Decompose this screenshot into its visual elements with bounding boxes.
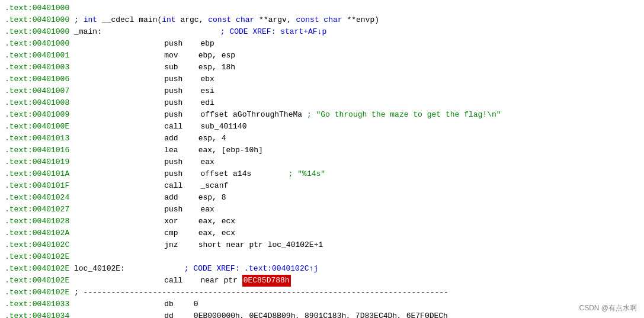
address: .text:00401000	[5, 26, 69, 38]
mnemonic: db	[164, 298, 174, 310]
address: .text:00401008	[5, 97, 69, 109]
mnemonic: xor	[164, 216, 178, 227]
code-line-call-highlight: .text:0040102E call near ptr 0EC85D788h	[0, 275, 644, 287]
code-line: .text:00401027 push eax	[0, 204, 644, 216]
code-line: .text:0040101A push offset a14s ; "%14s"	[0, 168, 644, 180]
address: .text:00401019	[5, 156, 69, 168]
mnemonic: jnz	[164, 239, 178, 251]
address: .text:0040102E	[5, 287, 69, 298]
code-line: .text:00401028 xor eax, ecx	[0, 216, 644, 227]
address: .text:0040102E	[5, 263, 69, 275]
operand: offset a14s	[200, 168, 251, 180]
mnemonic: push	[164, 168, 182, 180]
address: .text:0040102E	[5, 251, 69, 263]
highlighted-address: 0EC85D788h	[242, 275, 291, 287]
code-line: .text:00401009 push offset aGoThroughThe…	[0, 109, 644, 121]
code-line: .text:00401033 db 0	[0, 298, 644, 310]
code-line: .text:00401013 add esp, 4	[0, 133, 644, 144]
address: .text:0040102A	[5, 227, 69, 239]
address: .text:0040102E	[5, 275, 69, 287]
address: .text:00401006	[5, 73, 69, 85]
operand: edi	[200, 97, 214, 109]
mnemonic: sub	[164, 62, 178, 73]
code-line: .text:00401024 add esp, 8	[0, 192, 644, 204]
comment-text: ;	[69, 14, 83, 26]
mnemonic: call	[164, 180, 182, 192]
address: .text:0040101A	[5, 168, 69, 180]
code-line-separator: .text:0040102E ; -----------------------…	[0, 287, 644, 298]
mnemonic: cmp	[164, 227, 178, 239]
code-line: .text:00401006 push ebx	[0, 73, 644, 85]
code-line: .text:0040101F call _scanf	[0, 180, 644, 192]
operand: eax, ecx	[198, 227, 235, 239]
comment-rest2: argc,	[176, 14, 209, 26]
code-line: .text:0040102C jnz short near ptr loc_40…	[0, 239, 644, 251]
address: .text:00401027	[5, 204, 69, 216]
operand: eax	[200, 204, 214, 216]
loc-label: loc_40102E:	[69, 263, 125, 275]
string-comment: ; "%14s"	[251, 168, 325, 180]
keyword-int: int	[84, 14, 97, 26]
operand: offset aGoThroughTheMa	[200, 109, 302, 121]
address: .text:0040102C	[5, 239, 69, 251]
mnemonic: push	[164, 156, 182, 168]
operand-near: near ptr	[200, 275, 242, 287]
address: .text:00401013	[5, 133, 69, 144]
mnemonic: dd	[164, 310, 174, 318]
code-line: .text:00401003 sub esp, 18h	[0, 62, 644, 73]
mnemonic: push	[164, 38, 182, 50]
address: .text:00401024	[5, 192, 69, 204]
address: .text:00401000	[5, 2, 69, 14]
mnemonic: mov	[164, 50, 178, 62]
mnemonic: push	[164, 97, 182, 109]
operand: eax, ecx	[198, 216, 235, 227]
code-line-main-label: .text:00401000 _main: ; CODE XREF: start…	[0, 26, 644, 38]
address: .text:00401000	[5, 38, 69, 50]
code-line: .text:0040102E	[0, 251, 644, 263]
operand: ebp	[200, 38, 214, 50]
code-line: .text:00401007 push esi	[0, 85, 644, 97]
address: .text:00401000	[5, 14, 69, 26]
address: .text:00401034	[5, 310, 69, 318]
separator-text: ; --------------------------------------…	[69, 287, 448, 298]
mnemonic: add	[164, 192, 178, 204]
address: .text:0040101F	[5, 180, 69, 192]
operand: esp, 18h	[198, 62, 235, 73]
keyword-int2: int	[162, 14, 175, 26]
mnemonic: push	[164, 85, 182, 97]
code-line: .text:00401000 ; int __cdecl main(int ar…	[0, 14, 644, 26]
operand: eax	[200, 156, 214, 168]
mnemonic: push	[164, 204, 182, 216]
mnemonic: push	[164, 109, 182, 121]
comment-rest: __cdecl main(	[97, 14, 162, 26]
mnemonic: lea	[164, 144, 178, 156]
address: .text:00401016	[5, 144, 69, 156]
code-line: .text:00401034 dd 0EB000000h, 0EC4D8B09h…	[0, 310, 644, 318]
operand: eax, [ebp-10h]	[198, 144, 263, 156]
address: .text:00401007	[5, 85, 69, 97]
operand: ebx	[200, 73, 214, 85]
operand: esp, 8	[198, 192, 226, 204]
string-comment: ; "Go through the maze to get the flag!\…	[302, 109, 501, 121]
operand: sub_401140	[200, 121, 246, 133]
code-line: .text:00401019 push eax	[0, 156, 644, 168]
mnemonic: call	[164, 275, 182, 287]
operand: ebp, esp	[198, 50, 235, 62]
code-line: .text:0040100E call sub_401140	[0, 121, 644, 133]
operand: short near ptr loc_40102E+1	[198, 239, 323, 251]
main-label: _main:	[69, 26, 102, 38]
address: .text:00401028	[5, 216, 69, 227]
operand: 0	[194, 298, 198, 310]
operand: esp, 4	[198, 133, 226, 144]
address: .text:0040100E	[5, 121, 69, 133]
mnemonic: call	[164, 121, 182, 133]
address: .text:00401003	[5, 62, 69, 73]
code-line: .text:00401001 mov ebp, esp	[0, 50, 644, 62]
xref-comment: ; CODE XREF: start+AF↓p	[220, 26, 326, 38]
code-line: .text:00401000 push ebp	[0, 38, 644, 50]
address: .text:00401001	[5, 50, 69, 62]
code-line: .text:00401016 lea eax, [ebp-10h]	[0, 144, 644, 156]
code-line: .text:00401008 push edi	[0, 97, 644, 109]
watermark: CSDN @有点水啊	[579, 303, 637, 313]
operand: 0EB000000h, 0EC4D8B09h, 8901C183h, 7D83E…	[194, 310, 448, 318]
